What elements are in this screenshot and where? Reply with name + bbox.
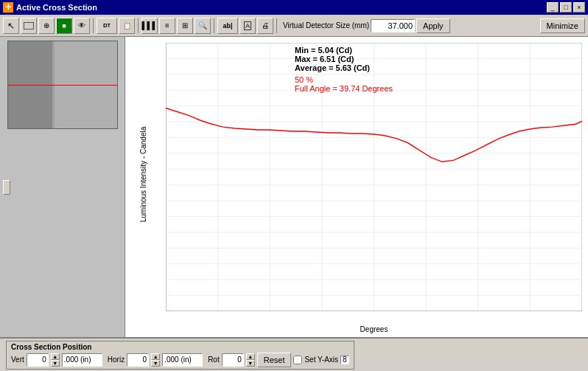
set-y-axis-input[interactable]	[340, 356, 349, 364]
vert-spinner[interactable]: ▲ ▼	[51, 353, 60, 367]
max-label: Max = 6.51 (Cd)	[295, 55, 393, 63]
zoom-button[interactable]: 🔍	[195, 18, 211, 34]
print-button[interactable]: 🖨	[257, 18, 273, 34]
set-y-axis-wrap: Set Y-Axis	[293, 356, 349, 364]
tool5-button[interactable]: 👁	[74, 18, 90, 34]
copy-button[interactable]: 📋	[119, 18, 135, 34]
full-angle-label: Full Angle = 39.74 Degrees	[295, 84, 393, 93]
preview-box	[7, 41, 118, 129]
reset-button[interactable]: Reset	[257, 353, 292, 367]
copy-icon: 📋	[123, 22, 131, 30]
separator4	[276, 18, 277, 33]
window-title: Active Cross Section	[16, 3, 97, 12]
rot-down[interactable]: ▼	[246, 360, 255, 367]
rot-up[interactable]: ▲	[246, 353, 255, 360]
bottom-bar: Cross Section Position Vert ▲ ▼ Horiz ▲ …	[0, 337, 588, 371]
rot-label: Rot	[208, 356, 220, 364]
x-axis-label: Degrees	[166, 325, 582, 333]
min-label: Min = 5.04 (Cd)	[295, 46, 393, 55]
grid-button[interactable]: ⊞	[177, 18, 193, 34]
tool4-button[interactable]: ■	[56, 18, 72, 34]
tool3-button[interactable]: ⊕	[38, 18, 55, 34]
pointer-tool-button[interactable]: ↖	[3, 18, 19, 34]
main-area: Luminous Intensity - Candela	[0, 37, 588, 337]
left-panel	[0, 37, 125, 337]
vert-input[interactable]	[27, 353, 49, 367]
tool4-icon: ■	[62, 22, 66, 30]
close-button[interactable]: ×	[573, 2, 585, 13]
y-axis-container: Luminous Intensity - Candela	[125, 37, 162, 311]
horiz-spinner[interactable]: ▲ ▼	[151, 353, 160, 367]
title-bar: ✛ Active Cross Section _ □ ×	[0, 0, 588, 15]
eye-icon: 👁	[78, 21, 85, 30]
apply-button[interactable]: Apply	[416, 18, 450, 33]
separator1	[93, 18, 94, 33]
horiz-up[interactable]: ▲	[151, 353, 160, 360]
horiz-unit-input[interactable]	[162, 353, 203, 367]
chart-stats: Min = 5.04 (Cd) Max = 6.51 (Cd) Average …	[295, 46, 393, 93]
text2-icon: A	[244, 21, 251, 30]
crosshair-horizontal	[8, 85, 117, 86]
chart-line-button[interactable]: ≡	[159, 18, 175, 34]
vert-down[interactable]: ▼	[51, 360, 60, 367]
horiz-down[interactable]: ▼	[151, 360, 160, 367]
percent-label: 50 %	[295, 75, 393, 84]
cross-section-label: Cross Section Position	[11, 343, 349, 351]
rot-input[interactable]	[222, 353, 244, 367]
cross-section-group: Cross Section Position Vert ▲ ▼ Horiz ▲ …	[6, 341, 354, 370]
chart-bar-button[interactable]: ▌▌▌	[141, 18, 158, 34]
tool2-button[interactable]	[21, 18, 37, 34]
vert-up[interactable]: ▲	[51, 353, 60, 360]
window-icon: ✛	[3, 2, 13, 13]
detector-size-label: Virtual Detector Size (mm)	[283, 21, 369, 30]
minimize-right-button[interactable]: Minimize	[540, 18, 585, 33]
zoom-icon: 🔍	[198, 21, 207, 30]
scroll-handle[interactable]	[3, 180, 10, 195]
bar-chart-icon: ▌▌▌	[141, 21, 157, 30]
minimize-button[interactable]: _	[547, 2, 559, 13]
tool2-icon	[24, 22, 34, 30]
text2-button[interactable]: A	[239, 18, 256, 34]
separator3	[214, 18, 214, 33]
vert-label: Vert	[11, 356, 24, 364]
print-icon: 🖨	[262, 21, 269, 30]
chart-area: Luminous Intensity - Candela	[125, 37, 588, 337]
text-button[interactable]: ab|	[217, 18, 238, 34]
toolbar: ↖ ⊕ ■ 👁 DT 📋 ▌▌▌ ≡ ⊞ 🔍 ab| A 🖨 Virtual D…	[0, 15, 588, 37]
average-label: Average = 5.63 (Cd)	[295, 63, 393, 72]
pointer-icon: ↖	[7, 21, 15, 31]
horiz-input[interactable]	[127, 353, 149, 367]
line-chart-icon: ≡	[165, 21, 169, 30]
set-y-axis-label: Set Y-Axis	[304, 356, 338, 364]
detector-size-input[interactable]	[371, 19, 415, 32]
maximize-button[interactable]: □	[560, 2, 572, 13]
separator2	[138, 18, 139, 33]
set-y-axis-checkbox[interactable]	[293, 356, 302, 364]
rot-spinner[interactable]: ▲ ▼	[246, 353, 255, 367]
tool3-icon: ⊕	[43, 21, 49, 30]
pt-button[interactable]: DT	[97, 18, 117, 34]
horiz-label: Horiz	[108, 356, 125, 364]
grid-icon: ⊞	[182, 21, 188, 30]
y-axis-text: Luminous Intensity - Candela	[140, 126, 148, 222]
vert-unit-input[interactable]	[62, 353, 102, 367]
